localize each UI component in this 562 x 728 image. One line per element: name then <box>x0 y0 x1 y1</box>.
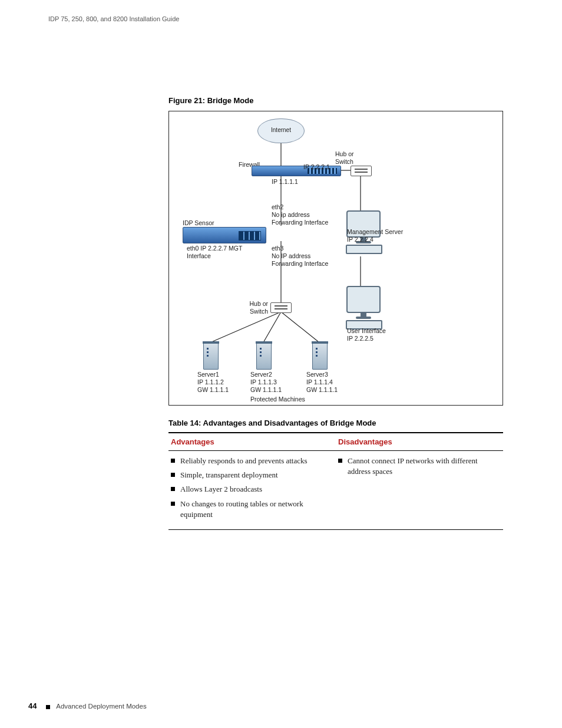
adv-item: Simple, transparent deployment <box>171 470 333 480</box>
col-advantages: Advantages <box>168 433 336 451</box>
adv-item: No changes to routing tables or network … <box>171 499 333 520</box>
eth0-label: eth0 IP 2.2.2.7 MGT Interface <box>187 245 242 260</box>
page-footer: 44 Advanced Deployment Modes <box>28 701 147 710</box>
svg-line-6 <box>210 312 281 342</box>
adv-item: Allows Layer 2 broadcasts <box>171 484 333 495</box>
svg-line-8 <box>281 312 319 342</box>
eth3-label: eth3 No IP address Forwarding Interface <box>272 245 328 268</box>
server1-label: Server1 IP 1.1.1.2 GW 1.1.1.1 <box>197 371 229 394</box>
col-disadvantages: Disadvantages <box>336 433 503 451</box>
figure-caption: Figure 21: Bridge Mode <box>168 96 503 105</box>
server1-icon <box>203 342 219 370</box>
advantages-cell: Reliably responds to and prevents attack… <box>168 451 336 530</box>
server2-label: Server2 IP 1.1.1.3 GW 1.1.1.1 <box>250 371 282 394</box>
footer-bullet-icon <box>46 705 50 709</box>
server3-icon <box>312 342 328 370</box>
server2-icon <box>256 342 272 370</box>
advantages-table: Advantages Disadvantages Reliably respon… <box>168 432 503 530</box>
user-interface-label: User Interface IP 2.2.2.5 <box>347 327 386 342</box>
cloud-icon: Internet <box>257 118 305 143</box>
hub-switch-mid-label: Hub or Switch <box>246 300 268 315</box>
running-header: IDP 75, 250, 800, and 8200 Installation … <box>48 15 514 22</box>
svg-line-7 <box>263 312 281 342</box>
idp-sensor-icon <box>183 227 266 243</box>
eth2-label: eth2 No ip address Forwarding Interface <box>272 203 328 226</box>
protected-machines-label: Protected Machines <box>250 396 305 403</box>
internet-label: Internet <box>271 127 291 133</box>
footer-section: Advanced Deployment Modes <box>56 703 146 710</box>
hub-icon-mid <box>270 302 292 313</box>
ip-1111-label: IP 1.1.1.1 <box>272 178 298 186</box>
disadvantages-cell: Cannot connect IP networks with differen… <box>336 451 503 530</box>
dis-item: Cannot connect IP networks with differen… <box>338 456 501 477</box>
ip-2221-label: IP 2.2.2.1 <box>303 163 330 171</box>
hub-icon-top <box>351 166 372 176</box>
table-caption: Table 14: Advantages and Disadvantages o… <box>168 419 503 427</box>
adv-item: Reliably responds to and prevents attack… <box>171 456 333 466</box>
idp-sensor-label: IDP Sensor <box>183 219 214 227</box>
page-number: 44 <box>28 701 37 710</box>
bridge-mode-diagram: Internet Firewall IP 1.1.1.1 IP 2.2.2.1 … <box>168 111 503 406</box>
server3-label: Server3 IP 1.1.1.4 GW 1.1.1.1 <box>306 371 338 394</box>
hub-switch-top-label: Hub or Switch <box>335 150 354 166</box>
mgmt-server-label: Management Server IP 2.2.2.4 <box>347 228 403 243</box>
